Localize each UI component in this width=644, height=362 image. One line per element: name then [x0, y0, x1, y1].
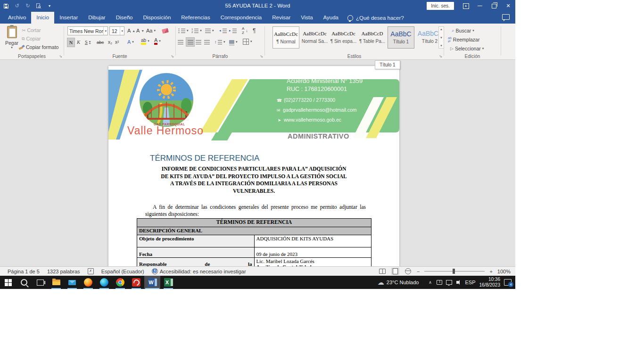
notification-center-icon[interactable]: 4 [504, 279, 512, 286]
tab-correspondencia[interactable]: Correspondencia [215, 12, 267, 24]
device-tray-icon[interactable]: ↥ [435, 280, 444, 285]
web-layout-button[interactable] [404, 268, 412, 275]
paragraph-dialog-launcher[interactable]: ⇘ [260, 54, 263, 58]
word-count[interactable]: 1323 palabras [47, 269, 80, 274]
bullets-button[interactable]: ▾ [178, 26, 189, 35]
clear-formatting-button[interactable] [162, 26, 168, 35]
font-color-button[interactable]: A▾ [154, 37, 161, 45]
style-titulo-1[interactable]: AaBbC Título 1 [388, 26, 414, 49]
word-taskbar-button[interactable]: W [144, 276, 160, 289]
ribbon-display-options-button[interactable]: ▴ [459, 0, 473, 12]
change-case-button[interactable]: Aa▾ [146, 26, 156, 35]
taskbar-search-button[interactable] [16, 276, 32, 289]
tell-me-box[interactable]: ¿Qué desea hacer? [344, 12, 408, 24]
show-marks-button[interactable]: ¶ [253, 26, 256, 35]
mail-button[interactable] [64, 276, 80, 289]
copy-button[interactable]: ⧉ Copiar [22, 34, 41, 43]
style-normal[interactable]: AaBbCcDc ¶ Normal [272, 26, 299, 49]
page-indicator[interactable]: Página 1 de 5 [8, 269, 40, 274]
text-effects-button[interactable]: A▾ [127, 38, 134, 46]
language-tray[interactable]: ESP [465, 280, 475, 285]
underline-button[interactable]: S▾ [85, 38, 91, 46]
read-mode-button[interactable] [379, 268, 387, 275]
close-button[interactable]: ✕ [501, 0, 515, 12]
paste-button[interactable]: Pegar ▾ [4, 26, 20, 49]
restore-button[interactable] [487, 0, 501, 12]
volume-icon[interactable] [454, 281, 463, 284]
line-spacing-button[interactable]: ↕▾ [215, 38, 225, 46]
start-button[interactable] [0, 276, 16, 289]
sign-in-button[interactable]: Inic. ses. [427, 2, 454, 10]
zoom-slider-handle[interactable] [453, 269, 455, 274]
styles-more-icon[interactable]: ▼ [440, 44, 443, 47]
sort-button[interactable]: AZ↓ [242, 26, 248, 35]
shading-button[interactable]: ▾ [229, 38, 238, 46]
grow-font-button[interactable]: A▲ [127, 26, 135, 35]
network-icon[interactable] [444, 280, 454, 285]
file-explorer-button[interactable] [48, 276, 64, 289]
borders-button[interactable]: ▾ [243, 37, 252, 46]
align-right-button[interactable] [196, 38, 201, 46]
document-page[interactable]: GAD PARROQUIAL Valle Hermoso Acuerdo Min… [108, 66, 399, 266]
subscript-button[interactable]: x₂ [108, 38, 112, 46]
style-table-paragraph[interactable]: AaBbCcD ¶ Table Pa... [359, 26, 386, 49]
weather-widget[interactable]: 23°C Nublado [387, 280, 419, 285]
tab-disposicion[interactable]: Disposición [138, 12, 176, 24]
strikethrough-button[interactable]: abc [97, 38, 104, 46]
tab-vista[interactable]: Vista [296, 12, 318, 24]
styles-dialog-launcher[interactable]: ⇘ [439, 54, 442, 58]
replace-button[interactable]: ab⇄ Reemplazar [448, 35, 479, 44]
align-left-button[interactable] [178, 38, 183, 46]
decrease-indent-button[interactable]: ◂ [219, 26, 227, 35]
numbering-button[interactable]: 12▾ [191, 26, 202, 35]
zoom-level[interactable]: 100% [497, 269, 511, 274]
tab-referencias[interactable]: Referencias [176, 12, 215, 24]
justify-button[interactable] [204, 38, 210, 46]
styles-gallery-scroll[interactable]: ▲ ▼ ▼ [438, 26, 444, 49]
firefox-button[interactable] [80, 276, 96, 289]
comments-icon[interactable] [502, 14, 510, 20]
excel-taskbar-button[interactable]: X [160, 276, 176, 289]
proofing-icon[interactable]: ✗ [88, 268, 94, 274]
zoom-in-button[interactable]: + [489, 269, 492, 274]
clock[interactable]: 10:36 16/8/2023 [479, 277, 501, 288]
styles-scroll-up-icon[interactable]: ▲ [440, 28, 443, 31]
font-name-combo[interactable]: Times New Roma▾ [67, 26, 108, 35]
edge-button[interactable] [96, 276, 112, 289]
bold-button[interactable]: N [67, 38, 75, 47]
font-size-combo[interactable]: 12▾ [109, 26, 124, 35]
shrink-font-button[interactable]: A▼ [136, 26, 144, 35]
find-button[interactable]: ⌕ Buscar▾ [452, 26, 474, 35]
italic-button[interactable]: K [77, 38, 80, 46]
tab-inicio[interactable]: Inicio [31, 12, 54, 24]
font-dialog-launcher[interactable]: ⇘ [171, 54, 174, 58]
style-sin-espaciado[interactable]: AaBbCcDc ¶ Sin espa... [330, 26, 357, 49]
align-center-button[interactable] [186, 37, 195, 47]
zoom-slider[interactable] [424, 271, 485, 272]
tab-insertar[interactable]: Insertar [54, 12, 83, 24]
accessibility-status[interactable]: ♿ Accesibilidad: es necesario investigar [152, 268, 246, 274]
clipboard-dialog-launcher[interactable]: ⇘ [59, 54, 62, 58]
format-painter-button[interactable]: Copiar formato [19, 43, 58, 51]
tab-archivo[interactable]: Archivo [3, 12, 31, 24]
zoom-out-button[interactable]: − [417, 269, 420, 274]
minimize-button[interactable] [473, 0, 487, 12]
tab-revisar[interactable]: Revisar [267, 12, 296, 24]
styles-scroll-down-icon[interactable]: ▼ [440, 36, 443, 39]
acrobat-button[interactable] [128, 276, 144, 289]
multilevel-list-button[interactable]: ▾ [205, 26, 214, 35]
cut-button[interactable]: ✂ Cortar [22, 26, 41, 34]
tab-dibujar[interactable]: Dibujar [83, 12, 110, 24]
increase-indent-button[interactable]: ▸ [229, 26, 237, 35]
print-layout-button[interactable] [391, 268, 399, 275]
select-button[interactable]: ▷ Seleccionar▾ [450, 44, 484, 53]
tab-diseno[interactable]: Diseño [111, 12, 138, 24]
highlight-button[interactable]: ab▾ [141, 37, 149, 45]
hidden-icons-chevron[interactable]: ∧ [425, 280, 435, 285]
style-normal-sa[interactable]: AaBbCcDc Normal Sa... [301, 26, 328, 49]
language-indicator[interactable]: Español (Ecuador) [101, 269, 144, 274]
superscript-button[interactable]: x² [115, 38, 119, 46]
chrome-button[interactable] [112, 276, 128, 289]
tab-ayuda[interactable]: Ayuda [318, 12, 344, 24]
task-view-button[interactable] [32, 276, 48, 289]
